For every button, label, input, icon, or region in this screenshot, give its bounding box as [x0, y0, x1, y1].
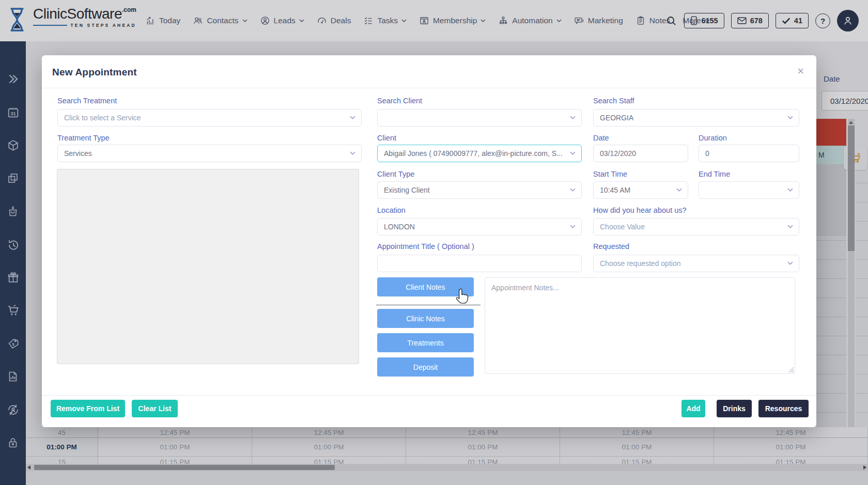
end-time-select[interactable]	[699, 181, 799, 199]
chevron-down-icon	[570, 151, 576, 155]
client-type-label: Client Type	[377, 170, 414, 178]
search-treatment-value: Click to select a Service	[64, 114, 141, 122]
client-type-select[interactable]: Existing Client	[377, 181, 582, 199]
new-appointment-modal: New Appointment × Search Treatment Click…	[42, 55, 816, 427]
textarea-resize-handle[interactable]	[788, 367, 794, 372]
end-time-label: End Time	[699, 170, 730, 178]
notes-divider	[376, 305, 481, 305]
treatment-type-select[interactable]: Services	[57, 145, 362, 162]
duration-label: Duration	[699, 134, 727, 142]
modal-title: New Appointment	[52, 67, 137, 78]
treatment-type-value: Services	[64, 149, 92, 158]
footer-divider	[42, 395, 816, 396]
date-input[interactable]: 03/12/2020	[593, 145, 688, 162]
chevron-down-icon	[570, 188, 576, 192]
duration-value: 0	[705, 149, 709, 158]
search-staff-select[interactable]: GEORGIA	[593, 109, 799, 127]
requested-select[interactable]: Choose requested option	[593, 255, 799, 272]
treatments-button[interactable]: Treatments	[377, 333, 474, 352]
appointment-notes-textarea[interactable]: Appointment Notes...	[485, 277, 795, 374]
appointment-title-input[interactable]	[377, 255, 582, 272]
search-treatment-label: Search Treatment	[57, 97, 117, 105]
client-notes-button[interactable]: Client Notes	[377, 277, 474, 296]
location-select[interactable]: LONDON	[377, 218, 582, 236]
deposit-button[interactable]: Deposit	[377, 357, 474, 377]
hear-about-select[interactable]: Choose Value	[593, 218, 799, 236]
header-divider	[42, 88, 816, 88]
add-button[interactable]: Add	[681, 400, 705, 417]
chevron-down-icon	[787, 225, 793, 228]
client-select[interactable]: Abigail Jones ( 07490009777, alex@in-pic…	[377, 145, 582, 162]
hear-about-label: How did you hear about us?	[593, 206, 687, 214]
location-label: Location	[377, 206, 406, 214]
location-value: LONDON	[384, 223, 415, 231]
chevron-down-icon	[787, 261, 793, 265]
clinic-notes-button[interactable]: Clinic Notes	[377, 309, 474, 328]
chevron-down-icon	[570, 116, 576, 119]
chevron-down-icon	[350, 151, 355, 155]
hear-about-value: Choose Value	[600, 223, 645, 231]
client-label: Client	[377, 134, 396, 142]
requested-value: Choose requested option	[600, 259, 680, 268]
appointment-title-label: Appointment Title ( Optional )	[377, 242, 474, 251]
close-icon[interactable]: ×	[797, 66, 804, 77]
start-time-label: Start Time	[593, 170, 627, 178]
drinks-button[interactable]: Drinks	[717, 400, 752, 417]
date-label: Date	[593, 134, 609, 142]
start-time-select[interactable]: 10:45 AM	[593, 181, 688, 199]
chevron-down-icon	[676, 188, 682, 192]
remove-from-list-button[interactable]: Remove From List	[51, 400, 125, 417]
treatment-list-panel[interactable]	[57, 169, 359, 364]
treatment-type-label: Treatment Type	[57, 134, 110, 142]
duration-input[interactable]: 0	[699, 145, 799, 162]
client-value: Abigail Jones ( 07490009777, alex@in-pic…	[384, 149, 563, 158]
chevron-down-icon	[570, 225, 576, 228]
requested-label: Requested	[593, 242, 629, 251]
start-time-value: 10:45 AM	[600, 186, 630, 194]
chevron-down-icon	[787, 116, 793, 119]
notes-placeholder: Appointment Notes...	[491, 284, 559, 292]
chevron-down-icon	[787, 188, 793, 192]
clear-list-button[interactable]: Clear List	[132, 400, 178, 417]
resources-button[interactable]: Resources	[758, 400, 809, 417]
search-staff-label: Search Staff	[593, 97, 634, 105]
search-client-select[interactable]	[377, 109, 582, 127]
date-value: 03/12/2020	[600, 149, 636, 158]
client-type-value: Existing Client	[384, 186, 430, 194]
search-staff-value: GEORGIA	[600, 114, 633, 122]
chevron-down-icon	[350, 116, 355, 119]
search-treatment-select[interactable]: Click to select a Service	[57, 109, 362, 127]
search-client-label: Search Client	[377, 97, 422, 105]
